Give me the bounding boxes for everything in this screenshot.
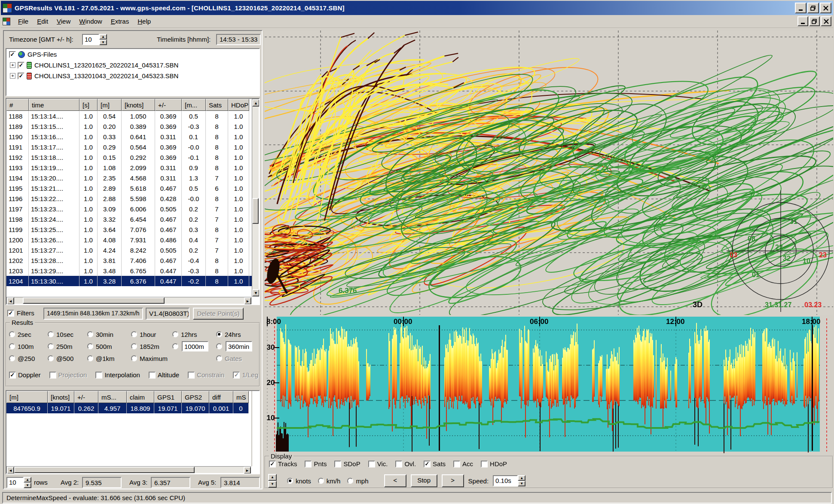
checkbox-1leg[interactable]: ✓1/Leg — [233, 371, 258, 379]
column-header[interactable]: [knots] — [48, 391, 74, 403]
table-row[interactable]: 120015:13:26....1.04.087.9310.4860.471.0 — [6, 235, 259, 245]
column-header[interactable]: [m] — [98, 99, 122, 111]
column-header[interactable]: [m... — [182, 99, 206, 111]
scroll-up-icon[interactable]: ▲ — [252, 99, 260, 107]
scroll-left-icon[interactable]: ◄ — [7, 467, 14, 474]
column-header[interactable]: time — [29, 99, 79, 111]
result-row[interactable]: 847650.919.0710.2624.95718.80919.07119.0… — [6, 403, 249, 413]
checkbox-box[interactable] — [305, 461, 312, 467]
table-row[interactable]: 119315:13:19....1.01.082.0990.3110.981.0 — [6, 162, 259, 173]
radio-1852m[interactable]: 1852m — [131, 343, 172, 350]
tree-item-file[interactable]: +✓CHOLLINS1_123201625_20220214_045317.SB… — [6, 60, 259, 70]
radio-dot[interactable] — [9, 355, 15, 361]
radio-dot[interactable] — [87, 355, 93, 361]
checkbox-box[interactable] — [481, 461, 488, 467]
speed-up-icon[interactable]: ▲ — [518, 475, 525, 481]
table-row[interactable]: 119715:13:23....1.03.096.0060.5050.271.0 — [6, 204, 259, 214]
radio-dot[interactable] — [48, 343, 54, 349]
mdi-minimize-button[interactable] — [797, 16, 808, 26]
column-header[interactable]: GPS1 — [154, 391, 182, 403]
replay-speed-spinner[interactable]: 0.10s ▲ ▼ — [493, 475, 525, 486]
radio-dot[interactable] — [216, 343, 222, 349]
table-row[interactable]: 119415:13:20....1.02.354.5680.3111.371.0 — [6, 173, 259, 183]
timezone-down-icon[interactable]: ▼ — [99, 40, 107, 45]
table-row[interactable]: 119115:13:17....1.00.290.5640.369-0.081.… — [6, 142, 259, 152]
unit-radio-mph[interactable]: mph — [347, 477, 368, 485]
table-row[interactable]: 120115:13:27....1.04.248.2420.5050.271.0 — [6, 245, 259, 255]
radio-dot[interactable] — [347, 478, 353, 484]
speed-down-icon[interactable]: ▼ — [518, 481, 525, 486]
radio-Gates[interactable]: Gates — [216, 355, 257, 362]
unit-radio-kmh[interactable]: km/h — [318, 477, 341, 485]
tree-root-checkbox[interactable]: ✓ — [9, 51, 16, 58]
radio-dot[interactable] — [287, 478, 293, 484]
close-button[interactable] — [820, 3, 831, 13]
unit-radio-knots[interactable]: knots — [287, 477, 311, 485]
column-header[interactable]: +/- — [74, 391, 98, 403]
radio-1hour[interactable]: 1hour — [131, 331, 172, 338]
checkbox-box[interactable]: ✓ — [9, 372, 16, 379]
scroll-thumb[interactable] — [14, 467, 195, 473]
radio-dot[interactable] — [131, 331, 137, 337]
results-vertical-scrollbar[interactable] — [251, 391, 252, 466]
radio-dot[interactable] — [9, 343, 15, 349]
checkbox-box[interactable]: ✓ — [233, 372, 240, 379]
checkbox-box[interactable] — [49, 372, 56, 379]
checkbox-vic[interactable]: Vic. — [368, 460, 388, 467]
checkbox-constrain[interactable]: Constrain — [188, 371, 224, 379]
column-header[interactable]: Sats — [206, 99, 228, 111]
checkbox-box[interactable]: ✓ — [424, 461, 431, 467]
scroll-right-icon[interactable]: ► — [244, 467, 251, 474]
menu-item-view[interactable]: View — [52, 16, 75, 27]
rows-value[interactable]: 10 — [6, 477, 24, 488]
table-horizontal-scrollbar[interactable]: ◄ ► — [6, 297, 252, 304]
zoom-down-icon[interactable]: ▼ — [268, 481, 277, 488]
radio-dot[interactable] — [87, 331, 93, 337]
results-horizontal-scrollbar[interactable]: ◄ ► — [6, 466, 251, 473]
table-row[interactable]: 119615:13:22....1.02.885.5980.428-0.081.… — [6, 193, 259, 204]
checkbox-sats[interactable]: ✓Sats — [424, 460, 446, 467]
step-forward-button[interactable]: > — [442, 474, 464, 487]
radio-2sec[interactable]: 2sec — [9, 331, 48, 338]
track-plot[interactable]: 6.376 3D 31.31.27 03.23 3122321008010323 — [265, 31, 833, 315]
zoom-up-icon[interactable]: ▲ — [268, 474, 277, 481]
checkbox-box[interactable] — [395, 461, 402, 467]
scroll-thumb[interactable] — [252, 198, 259, 224]
checkbox-box[interactable] — [368, 461, 375, 467]
column-header[interactable]: [m] — [6, 391, 48, 403]
table-row[interactable]: 119015:13:16....1.00.330.6410.3110.181.0 — [6, 131, 259, 142]
checkbox-box[interactable] — [95, 372, 102, 379]
mdi-close-button[interactable] — [821, 16, 831, 26]
table-row[interactable]: 118815:13:14....1.00.541.0500.3690.581.0 — [6, 111, 259, 121]
radio-@250[interactable]: @250 — [9, 355, 48, 362]
radio-Maximum[interactable]: Maximum — [131, 355, 172, 362]
menu-item-help[interactable]: Help — [133, 16, 155, 27]
checkbox-box[interactable] — [149, 372, 156, 379]
checkbox-projection[interactable]: Projection — [49, 371, 87, 379]
checkbox-doppler[interactable]: ✓Doppler — [9, 371, 41, 379]
file-checkbox[interactable]: ✓ — [18, 73, 24, 79]
checkbox-box[interactable]: ✓ — [269, 461, 276, 467]
checkbox-interpolation[interactable]: Interpolation — [95, 371, 140, 379]
mdi-restore-button[interactable] — [809, 16, 820, 26]
checkbox-altitude[interactable]: Altitude — [149, 371, 179, 379]
table-row[interactable]: 119215:13:18....1.00.150.2920.369-0.181.… — [6, 152, 259, 162]
radio-input[interactable]: 360min — [226, 341, 252, 351]
radio-1000m[interactable]: 1000m — [172, 341, 216, 351]
table-row[interactable]: 120315:13:29....1.03.486.7650.447-0.381.… — [6, 266, 259, 276]
radio-dot[interactable] — [9, 331, 15, 337]
menu-item-file[interactable]: File — [14, 16, 33, 27]
menu-item-window[interactable]: Window — [75, 16, 106, 27]
checkbox-ovl[interactable]: Ovl. — [395, 460, 416, 467]
restore-button[interactable] — [807, 3, 819, 13]
table-row[interactable]: 120215:13:28....1.03.817.4060.467-0.481.… — [6, 255, 259, 266]
radio-dot[interactable] — [172, 331, 178, 337]
scroll-down-icon[interactable]: ▼ — [252, 289, 260, 296]
checkbox-box[interactable] — [188, 372, 195, 379]
rows-spinner[interactable]: 10 ▲ ▼ — [6, 477, 31, 488]
step-back-button[interactable]: < — [384, 474, 406, 487]
replay-speed-value[interactable]: 0.10s — [493, 475, 518, 486]
stop-button[interactable]: Stop — [411, 474, 437, 487]
column-header[interactable]: claim — [127, 391, 154, 403]
radio-dot[interactable] — [48, 331, 54, 337]
